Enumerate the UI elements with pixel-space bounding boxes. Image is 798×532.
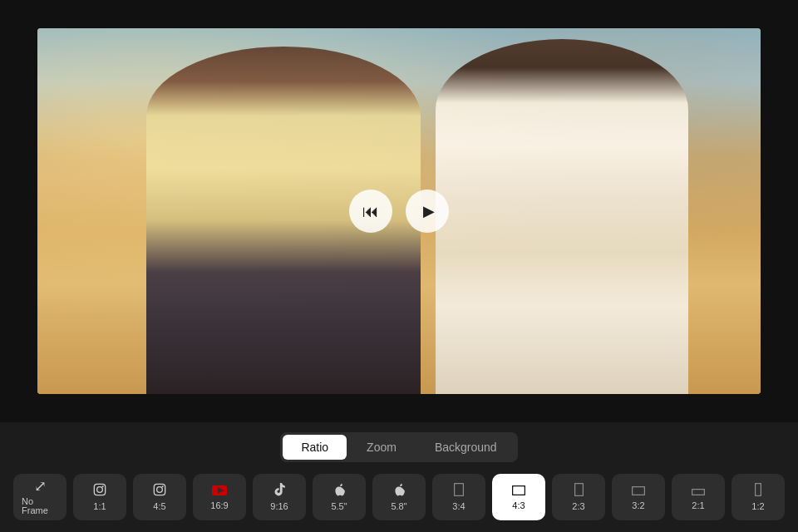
4-3-label: 4:3 [512, 501, 525, 510]
play-button[interactable] [406, 190, 449, 233]
instagram-icon [93, 485, 106, 499]
4-5-label: 4:5 [153, 502, 165, 511]
youtube-icon [212, 484, 227, 498]
2-3-shape-icon [574, 483, 584, 496]
1-2-label: 1:2 [751, 502, 764, 511]
ratio-item-16-9[interactable]: 16:9 [193, 474, 246, 520]
16-9-label: 16:9 [210, 501, 228, 510]
no-frame-icon: ⤢ [34, 479, 47, 494]
1-2-shape-icon [755, 483, 761, 496]
video-frame [37, 28, 761, 394]
rewind-button[interactable] [349, 190, 392, 233]
svg-rect-11 [633, 486, 645, 495]
ratio-item-5-8[interactable]: 5.8" [372, 474, 426, 520]
playback-controls [349, 190, 449, 233]
2-1-icon [692, 485, 705, 498]
svg-rect-8 [455, 484, 464, 496]
person-right [436, 39, 689, 394]
ratio-item-9-16[interactable]: 9:16 [253, 474, 306, 520]
tab-background[interactable]: Background [416, 435, 515, 460]
5-5-label: 5.5" [331, 502, 347, 511]
ratio-item-no-frame[interactable]: ⤢ No Frame [13, 474, 66, 520]
3-4-icon [454, 483, 464, 499]
no-frame-label: No Frame [22, 497, 58, 515]
3-4-label: 3:4 [452, 502, 465, 511]
ratio-item-4-5[interactable]: 4:5 [133, 474, 186, 520]
9-16-label: 9:16 [270, 502, 288, 511]
ratio-item-1-2[interactable]: 1:2 [732, 474, 785, 520]
ratio-item-2-1[interactable]: 2:1 [672, 474, 725, 520]
2-1-shape-icon [692, 489, 705, 495]
svg-rect-13 [756, 484, 761, 496]
3-2-icon [632, 485, 645, 498]
3-4-shape-icon [454, 483, 464, 496]
svg-point-1 [97, 487, 103, 493]
ratio-item-2-3[interactable]: 2:3 [552, 474, 605, 520]
1-1-label: 1:1 [93, 502, 106, 511]
ratio-item-3-2[interactable]: 3:2 [612, 474, 665, 520]
svg-rect-10 [574, 484, 583, 496]
tab-bar: RatioZoomBackground [280, 432, 517, 462]
2-3-label: 2:3 [572, 502, 584, 511]
no-frame-icon: ⤢ [34, 478, 47, 495]
5-8-icon [393, 483, 405, 499]
svg-rect-9 [513, 485, 525, 495]
4-3-icon [512, 485, 525, 498]
4-3-shape-icon [512, 485, 525, 495]
play-icon [421, 202, 435, 220]
4-5-icon [153, 483, 166, 499]
svg-rect-0 [94, 484, 105, 495]
16-9-icon [212, 485, 227, 498]
3-2-label: 3:2 [632, 501, 644, 510]
2-3-icon [574, 483, 584, 499]
5-8-label: 5.8" [391, 502, 406, 511]
1-2-icon [755, 483, 761, 499]
ratio-item-4-3[interactable]: 4:3 [492, 474, 545, 520]
9-16-icon [273, 483, 285, 499]
ratio-options-row: ⤢ No Frame 1:1 4:5 16:9 9:16 5.5" 5.8" 3… [0, 470, 798, 524]
svg-point-4 [157, 487, 163, 493]
tiktok-icon [273, 485, 285, 499]
svg-rect-3 [154, 484, 165, 495]
svg-point-5 [162, 485, 164, 487]
tab-ratio[interactable]: Ratio [283, 435, 347, 460]
apple-icon [393, 485, 405, 499]
video-preview [0, 0, 798, 422]
rewind-icon [362, 202, 379, 221]
apple-icon [333, 485, 345, 499]
ratio-item-1-1[interactable]: 1:1 [73, 474, 126, 520]
svg-point-2 [102, 485, 104, 487]
svg-rect-12 [692, 489, 705, 495]
1-1-icon [93, 483, 106, 499]
bottom-panel: RatioZoomBackground ⤢ No Frame 1:1 4:5 1… [0, 422, 798, 532]
ratio-item-3-4[interactable]: 3:4 [432, 474, 485, 520]
instagram-icon [153, 485, 166, 499]
3-2-shape-icon [632, 486, 645, 495]
ratio-item-5-5[interactable]: 5.5" [313, 474, 366, 520]
5-5-icon [333, 483, 345, 499]
2-1-label: 2:1 [692, 501, 704, 510]
tab-zoom[interactable]: Zoom [348, 435, 415, 460]
